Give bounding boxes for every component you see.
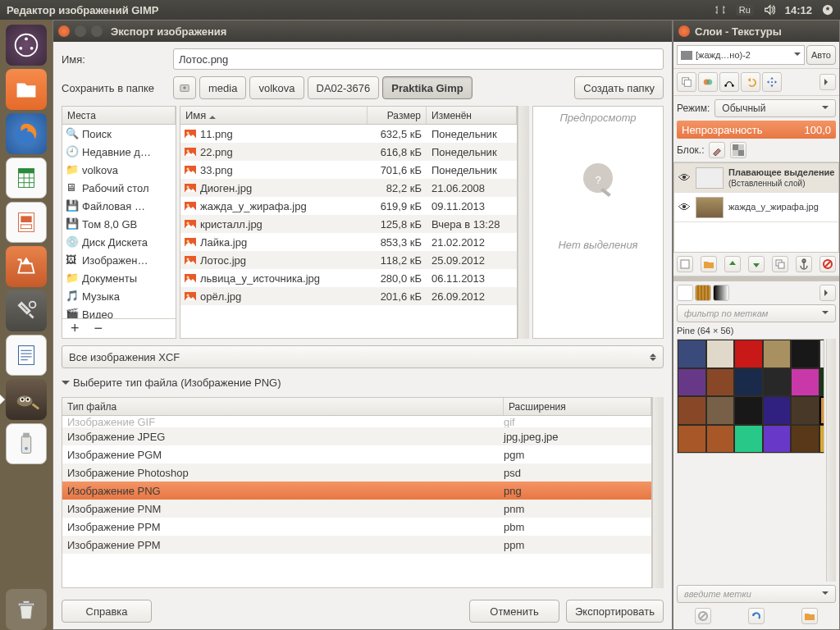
texture-cell[interactable] [763, 425, 792, 454]
filetype-row[interactable]: Изображение GIFgif [62, 416, 651, 427]
texture-scrollbar[interactable] [826, 339, 836, 582]
lock-paint-icon[interactable] [709, 142, 725, 158]
filetype-list[interactable]: Изображение GIFgifИзображение JPEGjpg,jp… [62, 416, 651, 587]
texture-cell[interactable] [706, 425, 735, 454]
tab-layers-icon[interactable] [677, 72, 696, 92]
layer-anchor-icon[interactable] [796, 256, 812, 272]
layers-titlebar[interactable]: Слои - Текстуры [673, 21, 839, 42]
export-button[interactable]: Экспортировать [566, 600, 664, 623]
launcher-dash[interactable] [6, 25, 47, 66]
texture-cell[interactable] [706, 340, 735, 368]
texture-open-icon[interactable] [801, 608, 818, 624]
layer-new-icon[interactable] [677, 256, 693, 272]
texture-cell[interactable] [734, 368, 763, 397]
visibility-toggle-icon[interactable]: 👁 [678, 171, 691, 185]
texture-cell[interactable] [706, 368, 735, 397]
add-bookmark-button[interactable]: + [71, 320, 80, 337]
column-header-filetype[interactable]: Тип файла [62, 398, 504, 415]
texture-cell[interactable] [819, 396, 825, 425]
places-item[interactable]: 💾Файловая … [62, 197, 176, 215]
places-item[interactable]: 🎬Видео [62, 305, 176, 318]
texture-cell[interactable] [791, 340, 819, 368]
column-header-size[interactable]: Размер [368, 107, 427, 124]
texture-cell[interactable] [763, 340, 792, 368]
layer-mode-combo[interactable]: Обычный [714, 99, 836, 117]
file-row[interactable]: кристалл.jpg125,8 кБВчера в 13:28 [180, 215, 517, 233]
launcher-settings[interactable] [6, 290, 47, 331]
volume-indicator[interactable] [764, 4, 775, 16]
tab-undo-icon[interactable] [741, 72, 760, 92]
column-header-name[interactable]: Имя [180, 107, 368, 124]
path-root-button[interactable] [173, 76, 196, 99]
file-row[interactable]: Диоген.jpg82,2 кБ21.06.2008 [180, 179, 517, 197]
file-row[interactable]: жажда_у_жирафа.jpg619,9 кБ09.11.2013 [180, 197, 517, 215]
dialog-titlebar[interactable]: Экспорт изображения [53, 21, 672, 42]
launcher-trash[interactable] [6, 589, 47, 630]
filetype-row[interactable]: Изображение PNGpng [62, 482, 651, 500]
texture-cell[interactable] [791, 425, 819, 454]
file-row[interactable]: львица_у_источника.jpg280,0 кБ06.11.2013 [180, 269, 517, 287]
texture-cell[interactable] [678, 368, 706, 397]
texture-grid[interactable] [677, 339, 824, 454]
filetype-row[interactable]: Изображение PGMpgm [62, 445, 651, 463]
filetype-row[interactable]: Изображение PPMppm [62, 536, 651, 554]
layer-item-floating[interactable]: 👁 Плавающее выделение(Вставленный слой) [674, 163, 838, 193]
texture-cell[interactable] [678, 425, 706, 454]
clock[interactable]: 14:12 [785, 4, 812, 16]
filetype-row[interactable]: Изображение Photoshoppsd [62, 463, 651, 482]
path-segment-volkova[interactable]: volkova [249, 76, 304, 99]
texture-cell[interactable] [819, 340, 825, 368]
texture-filter-input[interactable]: фильтр по меткам [677, 304, 836, 322]
places-item[interactable]: 📁volkova [62, 161, 176, 179]
layer-item-base[interactable]: 👁 жажда_у_жирафа.jpg [674, 193, 838, 222]
texture-delete-icon[interactable] [695, 608, 711, 624]
file-row[interactable]: 33.png701,6 кБПонедельник [180, 161, 517, 179]
launcher-calc[interactable] [6, 158, 47, 199]
texture-tab-2[interactable] [695, 285, 711, 301]
network-indicator[interactable] [714, 4, 726, 16]
path-segment-da02[interactable]: DA02-3676 [308, 76, 380, 99]
places-list[interactable]: 🔍Поиск🕘Недавние д…📁volkova🖥Рабочий стол💾… [62, 125, 176, 318]
column-header-modified[interactable]: Изменён [427, 107, 517, 124]
file-row[interactable]: орёл.jpg201,6 кБ26.09.2012 [180, 287, 517, 305]
texture-cell[interactable] [819, 425, 825, 454]
path-segment-media[interactable]: media [199, 76, 246, 99]
window-minimize-button[interactable] [75, 25, 86, 37]
places-item[interactable]: 💾Том 8,0 GB [62, 215, 176, 233]
file-filter-combo[interactable]: Все изображения XCF [62, 345, 664, 368]
places-item[interactable]: 🕘Недавние д… [62, 143, 176, 161]
texture-cell[interactable] [819, 368, 825, 397]
texture-tab-config-icon[interactable] [819, 285, 836, 301]
window-close-button[interactable] [58, 25, 70, 37]
texture-cell[interactable] [763, 396, 792, 425]
filetype-scrollbar[interactable] [652, 397, 664, 588]
texture-cell[interactable] [734, 425, 763, 454]
launcher-writer[interactable] [6, 335, 47, 376]
places-item[interactable]: 🖥Рабочий стол [62, 179, 176, 197]
places-item[interactable]: 📁Документы [62, 269, 176, 287]
filetype-row[interactable]: Изображение PNMpnm [62, 500, 651, 518]
texture-cell[interactable] [678, 396, 706, 425]
texture-cell[interactable] [734, 396, 763, 425]
create-folder-button[interactable]: Создать папку [574, 76, 664, 99]
tab-config-icon[interactable] [819, 74, 836, 90]
texture-refresh-icon[interactable] [748, 608, 765, 624]
places-item[interactable]: 💿Диск Дискета [62, 233, 176, 251]
opacity-slider[interactable]: Непрозрачность 100,0 [677, 121, 836, 139]
texture-cell[interactable] [734, 340, 763, 368]
layer-up-icon[interactable] [724, 256, 741, 272]
launcher-gimp[interactable] [6, 379, 47, 420]
places-item[interactable]: 🎵Музыка [62, 287, 176, 305]
layers-close-button[interactable] [678, 25, 690, 37]
tab-move-icon[interactable] [762, 72, 782, 92]
remove-bookmark-button[interactable]: − [94, 320, 103, 337]
lock-alpha-icon[interactable] [730, 142, 746, 158]
window-maximize-button[interactable] [91, 25, 103, 37]
launcher-usb-drive[interactable] [6, 423, 47, 464]
file-row[interactable]: 22.png616,8 кБПонедельник [180, 143, 517, 161]
help-button[interactable]: Справка [62, 600, 152, 623]
launcher-files[interactable] [6, 69, 47, 110]
layer-new-group-icon[interactable] [701, 256, 717, 272]
texture-cell[interactable] [678, 340, 706, 368]
file-row[interactable]: Лайка.jpg853,3 кБ21.02.2012 [180, 233, 517, 251]
